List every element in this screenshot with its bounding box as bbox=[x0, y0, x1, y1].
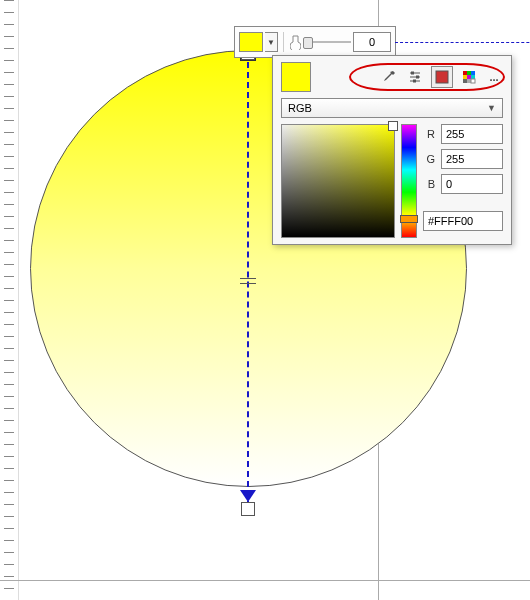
separator bbox=[283, 32, 284, 52]
svg-rect-6 bbox=[471, 71, 475, 75]
sv-cursor[interactable] bbox=[388, 121, 398, 131]
current-color-swatch[interactable] bbox=[281, 62, 311, 92]
svg-rect-5 bbox=[467, 71, 471, 75]
stop-color-dropdown[interactable]: ▼ bbox=[265, 32, 278, 52]
svg-rect-0 bbox=[411, 72, 414, 75]
svg-rect-2 bbox=[413, 80, 416, 83]
color-model-label: RGB bbox=[288, 102, 312, 114]
gradient-midpoint-handle[interactable] bbox=[240, 278, 256, 284]
transparency-value[interactable]: 0 bbox=[353, 32, 391, 52]
hex-input[interactable]: #FFFF00 bbox=[423, 211, 503, 231]
stop-color-swatch[interactable] bbox=[239, 32, 263, 52]
svg-rect-8 bbox=[467, 75, 471, 79]
g-label: G bbox=[423, 153, 435, 165]
r-input[interactable]: 255 bbox=[441, 124, 503, 144]
transparency-slider[interactable] bbox=[303, 37, 351, 47]
eyedropper-icon[interactable] bbox=[379, 67, 399, 87]
color-picker-panel: ... RGB ▼ R 255 G 255 bbox=[272, 55, 512, 245]
page-edge-horizontal bbox=[0, 580, 530, 581]
svg-rect-10 bbox=[463, 79, 467, 83]
g-input[interactable]: 255 bbox=[441, 149, 503, 169]
gradient-end-arrow bbox=[240, 490, 256, 502]
color-palette-icon[interactable] bbox=[459, 67, 479, 87]
highlight-ring bbox=[349, 63, 505, 91]
picker-mode-icons: ... bbox=[314, 66, 503, 88]
svg-rect-4 bbox=[463, 71, 467, 75]
svg-rect-11 bbox=[467, 79, 471, 83]
hue-slider[interactable] bbox=[401, 124, 417, 238]
chevron-down-icon: ▼ bbox=[487, 103, 496, 113]
svg-rect-3 bbox=[436, 71, 448, 83]
color-model-select[interactable]: RGB ▼ bbox=[281, 98, 503, 118]
r-label: R bbox=[423, 128, 435, 140]
sliders-icon[interactable] bbox=[405, 67, 425, 87]
slider-thumb[interactable] bbox=[303, 37, 313, 49]
b-label: B bbox=[423, 178, 435, 190]
gradient-end-handle[interactable] bbox=[241, 502, 255, 516]
vertical-ruler bbox=[0, 0, 19, 600]
svg-rect-9 bbox=[471, 75, 475, 79]
svg-rect-12 bbox=[471, 79, 475, 83]
more-options-button[interactable]: ... bbox=[485, 71, 503, 83]
gradient-stop-context-bar: ▼ 0 bbox=[234, 26, 396, 58]
canvas[interactable]: ▼ 0 bbox=[0, 0, 530, 600]
svg-rect-1 bbox=[416, 76, 419, 79]
hue-cursor[interactable] bbox=[400, 215, 418, 223]
b-input[interactable]: 0 bbox=[441, 174, 503, 194]
guide-extension bbox=[395, 42, 530, 43]
svg-rect-7 bbox=[463, 75, 467, 79]
transparency-icon bbox=[289, 33, 301, 51]
color-field-icon[interactable] bbox=[431, 66, 453, 88]
saturation-value-field[interactable] bbox=[281, 124, 395, 238]
